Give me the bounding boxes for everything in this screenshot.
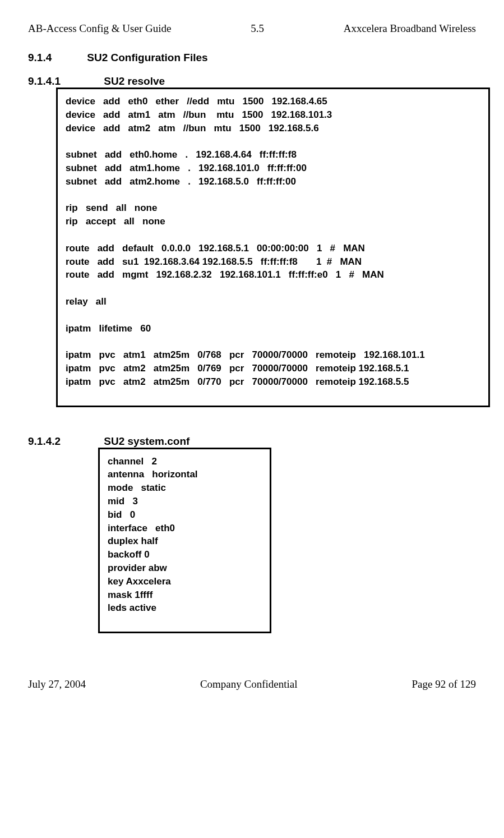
- section-914-number: 9.1.4: [28, 52, 84, 64]
- footer-left: July 27, 2004: [28, 678, 86, 690]
- section-914-title: SU2 Configuration Files: [87, 52, 207, 63]
- page-footer: July 27, 2004 Company Confidential Page …: [28, 678, 476, 690]
- su2-system-conf-config: channel 2 antenna horizontal mode static…: [98, 448, 271, 634]
- section-9141-number: 9.1.4.1: [28, 75, 101, 88]
- section-9141-heading: 9.1.4.1 SU2 resolve: [28, 75, 476, 88]
- header-left: AB-Access Config & User Guide: [28, 22, 171, 35]
- header-right: Axxcelera Broadband Wireless: [344, 22, 476, 35]
- section-9142-number: 9.1.4.2: [28, 435, 101, 448]
- footer-center: Company Confidential: [200, 678, 298, 690]
- footer-right: Page 92 of 129: [411, 678, 476, 690]
- header-center: 5.5: [251, 22, 264, 35]
- su2-resolve-config: device add eth0 ether //edd mtu 1500 192…: [56, 88, 490, 407]
- section-914-heading: 9.1.4 SU2 Configuration Files: [28, 52, 476, 64]
- section-9142-heading: 9.1.4.2 SU2 system.conf: [28, 435, 476, 448]
- page-header: AB-Access Config & User Guide 5.5 Axxcel…: [28, 22, 476, 35]
- section-9141-title: SU2 resolve: [104, 75, 165, 87]
- section-9142-title: SU2 system.conf: [104, 435, 189, 447]
